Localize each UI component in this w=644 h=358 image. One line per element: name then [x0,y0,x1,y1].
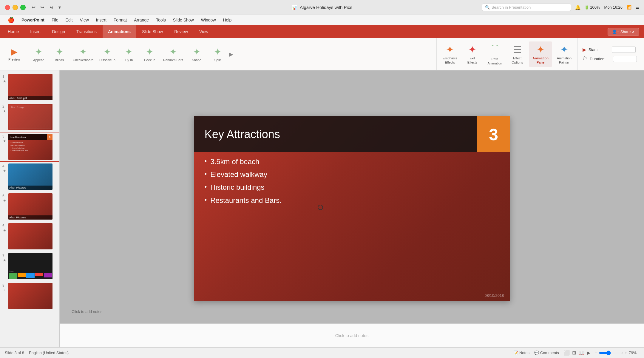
maximize-button[interactable] [20,5,26,10]
share-button[interactable]: 👤+ Share ∧ [608,28,639,36]
minimize-button[interactable] [13,5,18,10]
anim-blinds[interactable]: ✦ Blinds [49,44,70,64]
anim-dissolve[interactable]: ✦ Dissolve In [96,44,118,64]
slide-canvas[interactable]: Key Attractions 3 • 3.5km of beach • Ele… [194,116,510,301]
anim-checkerboard[interactable]: ✦ Checkerboard [70,44,96,64]
slide-item-7[interactable]: 7 ★ Alvor... [0,252,59,280]
canvas-area[interactable]: Click to add notes Key Attractions 3 • 3… [60,70,644,347]
menu-powerpoint[interactable]: PowerPoint [18,16,47,24]
notes-area[interactable]: Click to add notes [60,323,644,347]
slide-item-4[interactable]: 4 ★ Alvor Pictures [0,162,59,191]
slide-star-3: ★ [3,139,6,143]
slide-thumb-7[interactable]: Alvor... [8,253,52,279]
anim-shape[interactable]: ✦ Shape [186,44,207,64]
menu-help[interactable]: Help [220,16,235,24]
slide-num-5: 5 [2,193,7,198]
slide-thumb-1[interactable]: Alvor, Portugal [8,74,52,100]
title-bar-right: 🔍 Search in Presentation 🔔 🔋 100% Mon 16… [482,4,639,11]
notifications-icon[interactable]: 🔔 [575,4,581,10]
bullet-4: • Restaurants and Bars. [205,194,282,207]
tab-animations[interactable]: Animations [103,25,136,38]
slide-thumb-8[interactable] [8,283,52,309]
menu-format[interactable]: Format [111,16,130,24]
emphasis-effects-button[interactable]: ✦ EmphasisEffects [439,41,461,67]
tab-insert[interactable]: Insert [25,25,46,38]
tab-home[interactable]: Home [2,25,24,38]
slide-item-5[interactable]: 5 ★ Alvor Pictures [0,192,59,221]
toolbar-print-icon[interactable]: 🖨 [49,5,54,10]
anim-randombars[interactable]: ✦ Random Bars [160,44,186,64]
play-icon: ▶ [583,47,586,53]
anim-peekin[interactable]: ✦ Peek In [139,44,160,64]
tab-slideshow[interactable]: Slide Show [137,25,168,38]
notes-hint: Click to add notes [72,309,102,314]
bullet-dot-2: • [205,168,207,180]
anim-split[interactable]: ✦ Split [207,44,228,64]
menu-view[interactable]: View [77,16,92,24]
status-right: 📝 Notes 💬 Comments ⬜ ⊞ 📖 ▶ − + 79% [513,350,639,356]
preview-button[interactable]: ▶ Preview [7,46,22,63]
tab-design[interactable]: Design [47,25,70,38]
close-button[interactable] [5,5,10,10]
animations-scroll-right[interactable]: ▶ [228,50,234,59]
animation-painter-button[interactable]: ✦ AnimationPainter [553,41,575,67]
effect-options-button[interactable]: ☰ EffectOptions [507,41,528,67]
tab-view[interactable]: View [194,25,214,38]
language-info: English (United States) [29,351,69,355]
reading-view-icon[interactable]: 📖 [578,350,584,356]
slide-thumb-2[interactable]: Alvor, Portugal... [8,104,52,130]
menu-edit[interactable]: Edit [63,16,76,24]
menu-tools[interactable]: Tools [153,16,169,24]
slide-sorter-icon[interactable]: ⊞ [572,350,576,356]
toolbar-undo-icon[interactable]: ↩ [32,4,35,10]
slide-item-1[interactable]: 1 ★ Alvor, Portugal [0,73,59,101]
zoom-slider[interactable] [599,351,623,355]
anim-flyin[interactable]: ✦ Fly In [118,44,139,64]
tab-right: 👤+ Share ∧ [608,25,642,38]
toolbar-redo-icon[interactable]: ↪ [40,4,44,10]
tab-transitions[interactable]: Transitions [71,25,102,38]
view-icons: ⬜ ⊞ 📖 ▶ [564,350,590,356]
notes-button[interactable]: 📝 Notes [513,351,529,355]
slide-thumb-3[interactable]: Key Attractions • 3.5km of beach• Elevat… [8,134,52,160]
slideshow-icon[interactable]: ▶ [587,350,590,356]
slide-item-2[interactable]: 2 ★ Alvor, Portugal... [0,103,59,131]
slide-item-8[interactable]: 8 ★ [0,282,59,310]
slide-item-6[interactable]: 6 ★ [0,222,59,251]
menu-slideshow[interactable]: Slide Show [170,16,197,24]
slide-num-7: 7 [2,253,7,258]
traffic-lights [5,5,26,10]
menu-window[interactable]: Window [198,16,219,24]
slide-thumb-6[interactable] [8,223,52,249]
zoom-in-icon[interactable]: + [625,351,627,355]
animation-pane-button[interactable]: ✦ AnimationPane [529,41,552,67]
slide-item-3[interactable]: 3 ★ Key Attractions • 3.5km of beach• El… [0,132,59,161]
normal-view-icon[interactable]: ⬜ [564,350,570,356]
bullet-dot-4: • [205,194,207,206]
slide-thumb-5[interactable]: Alvor Pictures [8,193,52,220]
slide-num-4: 4 [2,163,7,168]
start-input[interactable] [612,47,636,53]
zoom-out-icon[interactable]: − [595,351,597,355]
animations-row: ✦ Appear ✦ Blinds ✦ Checkerboard ✦ Disso… [26,38,436,70]
menu-arrange[interactable]: Arrange [131,16,152,24]
toolbar-more-icon[interactable]: ▾ [58,4,61,10]
battery-icon: 🔋 100% [584,5,600,10]
duration-input[interactable] [613,56,637,62]
menu-apple[interactable]: 🍎 [5,16,17,24]
bullet-dot-1: • [205,155,207,167]
tab-bar: Home Insert Design Transitions Animation… [0,25,644,38]
search-bar-top[interactable]: 🔍 Search in Presentation [482,4,571,11]
anim-appear[interactable]: ✦ Appear [28,44,49,64]
slide-num-1: 1 [2,74,7,79]
exit-effects-button[interactable]: ✦ ExitEffects [462,41,483,67]
menu-insert[interactable]: Insert [93,16,109,24]
comments-button[interactable]: 💬 Comments [534,351,559,355]
menu-file[interactable]: File [49,16,61,24]
bullet-dot-3: • [205,181,207,193]
menu-icon[interactable]: ☰ [636,5,639,10]
clock: Mon 16:26 [604,5,623,10]
tab-review[interactable]: Review [169,25,193,38]
slide-thumb-4[interactable]: Alvor Pictures [8,163,52,190]
path-animation-button[interactable]: ⌒ PathAnimation [484,41,506,68]
